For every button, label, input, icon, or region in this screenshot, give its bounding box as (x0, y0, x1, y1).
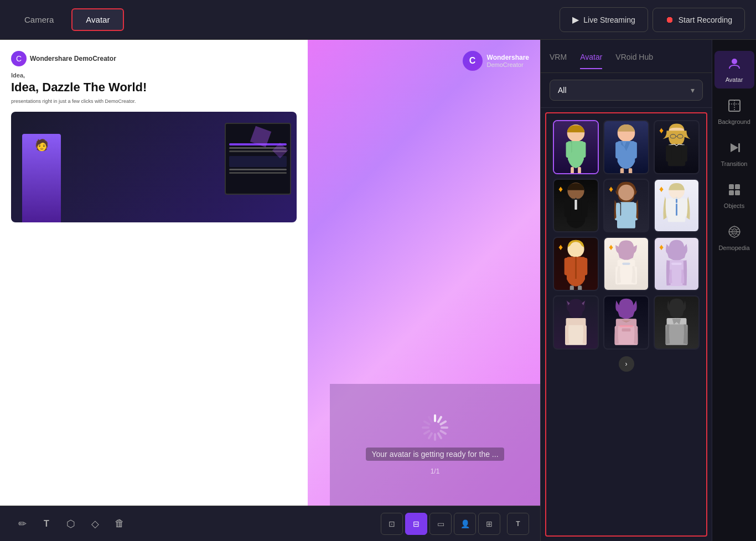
svg-rect-10 (631, 142, 637, 158)
sidebar-item-objects-label: Objects (724, 202, 744, 209)
view-controls: ⊡ ⊟ ▭ 👤 ⊞ (381, 513, 500, 535)
pen-tool[interactable]: ✏ (11, 513, 33, 535)
logo-text: Wondershare DemoCreator (30, 55, 116, 63)
premium-badge-5: ♦ (609, 184, 613, 194)
avatar-card-6[interactable]: ♦ (654, 179, 700, 233)
start-recording-button[interactable]: ⏺ Start Recording (653, 8, 745, 32)
avatar-loading-overlay: Your avatar is getting ready for the ...… (330, 384, 540, 506)
svg-rect-24 (565, 200, 571, 217)
avatar-card-9[interactable]: ♦ (654, 237, 700, 291)
side-icon-bar: Avatar Background (712, 40, 756, 541)
sidebar-item-avatar[interactable]: Avatar (714, 51, 754, 89)
right-panel: VRM Avatar VRoid Hub All ▾ (540, 40, 756, 541)
main-content: C Wondershare DemoCreator Idea, Idea, Da… (0, 40, 756, 541)
svg-point-65 (732, 59, 737, 64)
view-fullscreen[interactable]: ▭ (429, 513, 452, 535)
svg-rect-42 (575, 257, 577, 279)
svg-rect-27 (578, 227, 582, 231)
svg-rect-60 (619, 325, 633, 327)
avatar-card-8[interactable]: ♦ (603, 237, 649, 291)
live-streaming-button[interactable]: ▶ Live Streaming (560, 7, 648, 32)
premium-badge-8: ♦ (609, 242, 613, 252)
svg-rect-71 (729, 184, 734, 189)
avatar-tab[interactable]: Avatar (71, 8, 124, 31)
avatar-card-10[interactable] (553, 295, 599, 350)
loading-text: Your avatar is getting ready for the ... (366, 448, 504, 461)
sidebar-item-demopedia-label: Demopedia (718, 245, 749, 251)
preview-canvas: C Wondershare DemoCreator Idea, Idea, Da… (0, 40, 540, 506)
slide-sub: presentations right in just a few clicks… (11, 98, 297, 104)
top-bar: Camera Avatar ▶ Live Streaming ⏺ Start R… (0, 0, 756, 40)
svg-rect-16 (666, 145, 671, 162)
sidebar-item-demopedia[interactable]: Demopedia (714, 219, 754, 257)
tab-avatar[interactable]: Avatar (580, 53, 602, 69)
svg-rect-44 (582, 258, 587, 275)
svg-rect-38 (665, 199, 671, 216)
filter-dropdown[interactable]: All ▾ (550, 80, 703, 101)
svg-rect-46 (578, 286, 582, 290)
svg-rect-45 (570, 286, 574, 290)
avatar-card-7[interactable]: ♦ (553, 237, 599, 291)
transition-icon (727, 141, 742, 158)
progress-text: 1/1 (431, 467, 440, 475)
slide-headline: Idea, Idea, Dazzle The World! (11, 72, 297, 95)
highlight-tool[interactable]: ◇ (84, 513, 106, 535)
svg-rect-26 (570, 227, 573, 231)
avatar-grid: ♦ (553, 120, 700, 350)
avatar-card-1[interactable] (553, 120, 599, 174)
view-avatar[interactable]: ⊟ (405, 513, 427, 535)
text-button[interactable]: T (507, 513, 529, 535)
view-person[interactable]: 👤 (454, 513, 476, 535)
slide-content: C Wondershare DemoCreator Idea, Idea, Da… (0, 40, 308, 506)
slide-person: 🧑 (22, 134, 61, 222)
avatar-icon (727, 56, 742, 74)
scroll-right-button[interactable]: › (619, 356, 634, 372)
view-screen[interactable]: ⊡ (381, 513, 403, 535)
premium-badge-7: ♦ (558, 242, 563, 252)
wondershare-logo: C Wondershare DemoCreator (463, 51, 529, 71)
svg-rect-3 (566, 142, 572, 158)
tab-vrm[interactable]: VRM (550, 53, 567, 69)
logo-icon: C (11, 51, 27, 66)
svg-rect-17 (682, 145, 687, 162)
premium-badge-6: ♦ (659, 184, 664, 194)
svg-rect-73 (729, 190, 734, 195)
demopedia-icon (727, 225, 742, 242)
avatar-card-2[interactable] (603, 120, 649, 174)
sidebar-item-objects[interactable]: Objects (714, 177, 754, 215)
svg-rect-39 (682, 199, 688, 216)
text-tool[interactable]: T (35, 513, 58, 535)
svg-rect-70 (738, 143, 740, 152)
svg-rect-11 (620, 168, 624, 173)
avatar-card-4[interactable]: ♦ (553, 179, 599, 233)
svg-rect-53 (671, 263, 682, 265)
sidebar-item-background[interactable]: Background (714, 93, 754, 131)
view-grid[interactable]: ⊞ (478, 513, 500, 535)
preview-area: C Wondershare DemoCreator Idea, Idea, Da… (0, 40, 540, 541)
svg-rect-9 (615, 142, 621, 158)
live-stream-icon: ▶ (572, 14, 579, 25)
sidebar-item-avatar-label: Avatar (726, 76, 743, 83)
slide-mockup: 🧑 (11, 112, 297, 222)
avatar-grid-container[interactable]: ♦ (545, 112, 707, 537)
premium-badge-4: ♦ (558, 184, 563, 194)
svg-rect-72 (735, 184, 740, 189)
avatar-panel: VRM Avatar VRoid Hub All ▾ (540, 40, 712, 541)
camera-tab[interactable]: Camera (11, 9, 67, 30)
background-icon (727, 98, 742, 116)
delete-tool[interactable]: 🗑 (108, 513, 131, 535)
svg-rect-37 (676, 204, 677, 216)
tab-vroid-hub[interactable]: VRoid Hub (615, 53, 653, 69)
svg-rect-23 (574, 200, 577, 210)
shape-tool[interactable]: ⬡ (60, 513, 82, 535)
record-icon: ⏺ (665, 15, 674, 25)
svg-rect-61 (622, 329, 631, 332)
sidebar-item-transition[interactable]: Transition (714, 135, 754, 173)
avatar-card-12[interactable] (654, 295, 700, 350)
premium-badge-3: ♦ (659, 126, 664, 136)
svg-marker-69 (731, 143, 738, 152)
avatar-card-5[interactable]: ♦ (603, 179, 649, 233)
avatar-card-3[interactable]: ♦ (654, 120, 700, 174)
objects-icon (727, 183, 742, 200)
avatar-card-11[interactable] (603, 295, 649, 350)
